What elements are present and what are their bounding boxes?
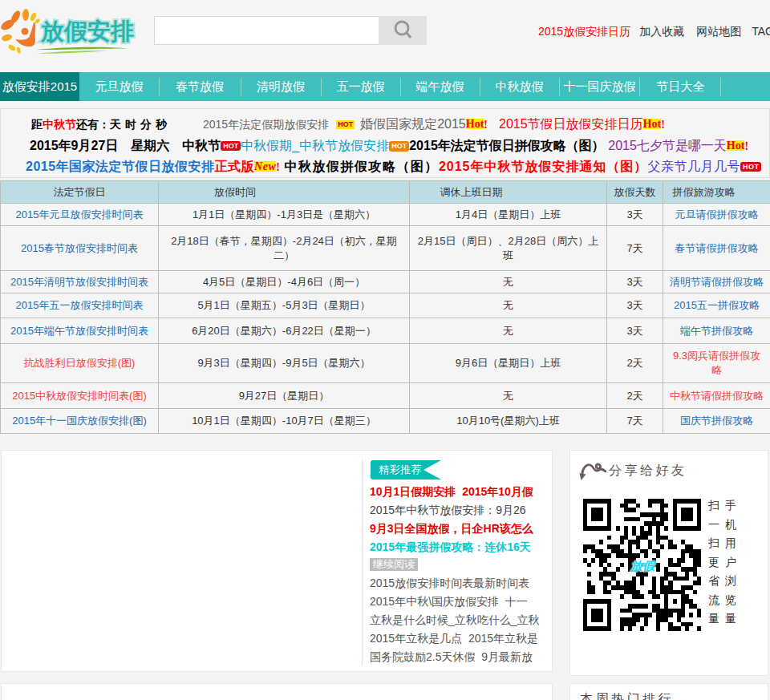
svg-text:放假安排: 放假安排 <box>40 18 134 44</box>
